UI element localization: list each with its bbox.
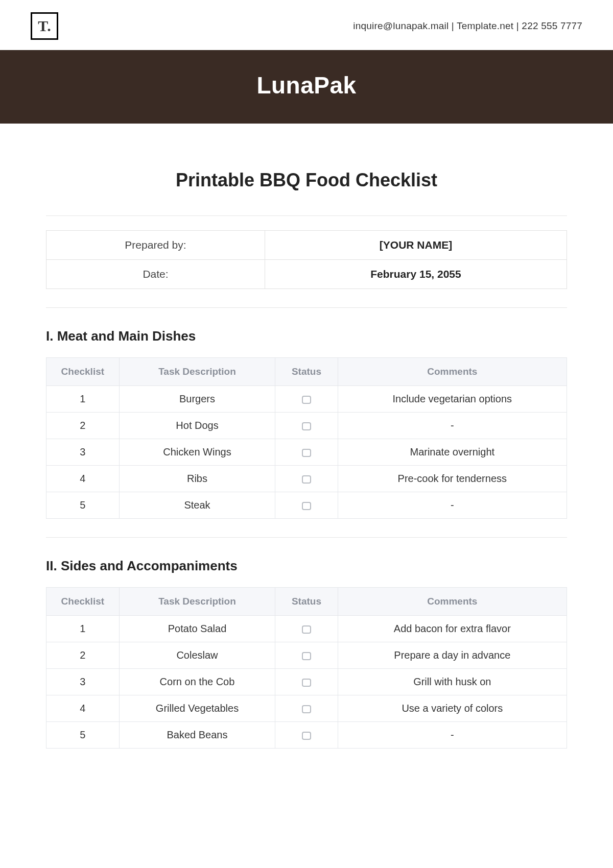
row-task: Steak (119, 492, 275, 519)
table-row: 2 Hot Dogs - (46, 413, 567, 439)
row-index: 5 (46, 722, 120, 749)
checkbox-icon[interactable] (302, 705, 311, 713)
checklist-table-sides: Checklist Task Description Status Commen… (46, 587, 567, 749)
row-comment: Include vegetarian options (338, 386, 567, 413)
col-task: Task Description (119, 588, 275, 616)
row-index: 1 (46, 386, 120, 413)
row-status (275, 386, 338, 413)
row-comment: Grill with husk on (338, 669, 567, 695)
row-status (275, 695, 338, 722)
table-row: 4 Ribs Pre-cook for tenderness (46, 466, 567, 492)
row-task: Corn on the Cob (119, 669, 275, 695)
content-area: Printable BBQ Food Checklist Prepared by… (0, 124, 613, 769)
table-row: 5 Baked Beans - (46, 722, 567, 749)
row-index: 4 (46, 466, 120, 492)
row-task: Ribs (119, 466, 275, 492)
row-task: Chicken Wings (119, 439, 275, 466)
meta-label-prepared: Prepared by: (46, 231, 265, 260)
checkbox-icon[interactable] (302, 475, 311, 484)
row-index: 4 (46, 695, 120, 722)
row-status (275, 642, 338, 669)
table-header-row: Checklist Task Description Status Commen… (46, 358, 567, 386)
col-comments: Comments (338, 588, 567, 616)
section-heading-meat: I. Meat and Main Dishes (46, 328, 567, 344)
brand-banner: LunaPak (0, 50, 613, 124)
col-checklist: Checklist (46, 588, 120, 616)
row-task: Baked Beans (119, 722, 275, 749)
table-row: 4 Grilled Vegetables Use a variety of co… (46, 695, 567, 722)
checkbox-icon[interactable] (302, 732, 311, 740)
row-comment: - (338, 413, 567, 439)
col-task: Task Description (119, 358, 275, 386)
row-comment: Prepare a day in advance (338, 642, 567, 669)
row-index: 3 (46, 669, 120, 695)
table-row: 3 Corn on the Cob Grill with husk on (46, 669, 567, 695)
section-heading-sides: II. Sides and Accompaniments (46, 558, 567, 574)
row-task: Hot Dogs (119, 413, 275, 439)
row-comment: Add bacon for extra flavor (338, 616, 567, 642)
col-status: Status (275, 358, 338, 386)
table-row: 1 Potato Salad Add bacon for extra flavo… (46, 616, 567, 642)
row-comment: Pre-cook for tenderness (338, 466, 567, 492)
row-status (275, 492, 338, 519)
meta-value-prepared[interactable]: [YOUR NAME] (265, 231, 567, 260)
contact-info: inquire@lunapak.mail | Template.net | 22… (353, 20, 582, 32)
table-row: 3 Chicken Wings Marinate overnight (46, 439, 567, 466)
row-status (275, 616, 338, 642)
checkbox-icon[interactable] (302, 679, 311, 687)
meta-row-date: Date: February 15, 2055 (46, 260, 567, 289)
table-row: 1 Burgers Include vegetarian options (46, 386, 567, 413)
row-task: Coleslaw (119, 642, 275, 669)
row-comment: - (338, 722, 567, 749)
page-title: Printable BBQ Food Checklist (46, 170, 567, 191)
row-index: 2 (46, 642, 120, 669)
row-status (275, 669, 338, 695)
meta-row-prepared: Prepared by: [YOUR NAME] (46, 231, 567, 260)
row-index: 2 (46, 413, 120, 439)
divider (46, 537, 567, 538)
checkbox-icon[interactable] (302, 625, 311, 634)
table-header-row: Checklist Task Description Status Commen… (46, 588, 567, 616)
row-index: 5 (46, 492, 120, 519)
checkbox-icon[interactable] (302, 652, 311, 660)
row-task: Potato Salad (119, 616, 275, 642)
col-checklist: Checklist (46, 358, 120, 386)
row-comment: - (338, 492, 567, 519)
checklist-table-meat: Checklist Task Description Status Commen… (46, 357, 567, 519)
row-index: 3 (46, 439, 120, 466)
checkbox-icon[interactable] (302, 422, 311, 430)
row-status (275, 466, 338, 492)
row-status (275, 722, 338, 749)
col-comments: Comments (338, 358, 567, 386)
meta-value-date[interactable]: February 15, 2055 (265, 260, 567, 289)
row-comment: Use a variety of colors (338, 695, 567, 722)
checkbox-icon[interactable] (302, 396, 311, 404)
top-bar: T. inquire@lunapak.mail | Template.net |… (0, 0, 613, 50)
table-row: 5 Steak - (46, 492, 567, 519)
table-row: 2 Coleslaw Prepare a day in advance (46, 642, 567, 669)
divider (46, 215, 567, 216)
logo: T. (31, 12, 58, 40)
meta-table: Prepared by: [YOUR NAME] Date: February … (46, 230, 567, 289)
checkbox-icon[interactable] (302, 449, 311, 457)
checkbox-icon[interactable] (302, 502, 311, 510)
col-status: Status (275, 588, 338, 616)
row-comment: Marinate overnight (338, 439, 567, 466)
row-status (275, 439, 338, 466)
row-task: Grilled Vegetables (119, 695, 275, 722)
row-status (275, 413, 338, 439)
row-index: 1 (46, 616, 120, 642)
row-task: Burgers (119, 386, 275, 413)
meta-label-date: Date: (46, 260, 265, 289)
divider (46, 307, 567, 308)
